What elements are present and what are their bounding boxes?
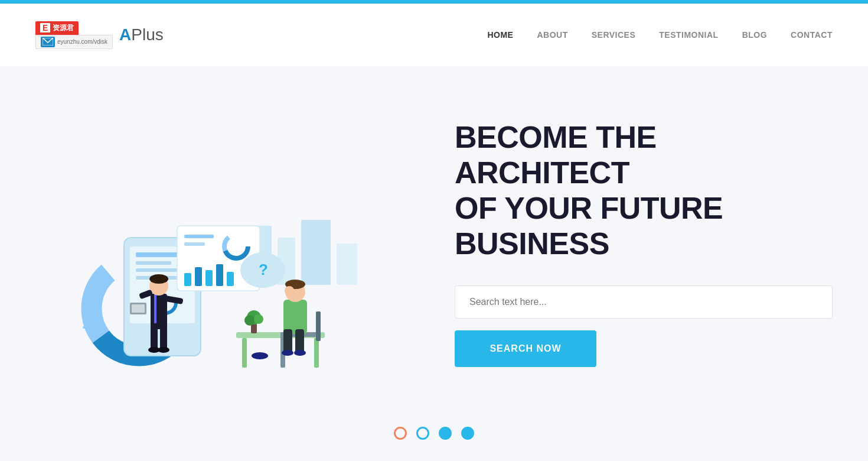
hero-title-line2: OF YOUR FUTURE BUSINESS bbox=[455, 191, 723, 261]
hero-content: BECOME THE ARCHITECT OF YOUR FUTURE BUSI… bbox=[431, 120, 833, 366]
envelope-icon bbox=[41, 37, 55, 47]
watermark-logo: E 资源君 eyunzhu.com/vdisk bbox=[35, 15, 112, 55]
brand-a: A bbox=[119, 25, 131, 44]
watermark-brand: 资源君 bbox=[53, 23, 74, 33]
search-box bbox=[455, 285, 833, 319]
svg-point-38 bbox=[149, 274, 168, 284]
svg-rect-41 bbox=[132, 304, 145, 313]
svg-rect-31 bbox=[151, 294, 167, 329]
search-input[interactable] bbox=[469, 297, 818, 307]
brand-name: APlus bbox=[119, 25, 164, 44]
svg-rect-22 bbox=[216, 264, 223, 286]
hero-section: ? bbox=[0, 66, 868, 409]
logo-area: E 资源君 eyunzhu.com/vdisk APlus bbox=[35, 15, 164, 55]
svg-point-60 bbox=[244, 315, 255, 326]
pagination-dot-2[interactable] bbox=[416, 427, 429, 440]
svg-point-61 bbox=[254, 314, 263, 324]
svg-rect-33 bbox=[160, 326, 167, 350]
svg-rect-47 bbox=[316, 311, 321, 341]
pagination-dot-4[interactable] bbox=[461, 427, 474, 440]
hero-title-line1: BECOME THE ARCHITECT bbox=[455, 120, 657, 190]
svg-point-35 bbox=[158, 347, 169, 353]
nav-home[interactable]: HOME bbox=[487, 30, 513, 40]
nav-contact[interactable]: CONTACT bbox=[791, 30, 833, 40]
nav-testimonial[interactable]: TESTIMONIAL bbox=[659, 30, 718, 40]
nav-services[interactable]: SERVICES bbox=[592, 30, 636, 40]
svg-rect-11 bbox=[136, 261, 171, 265]
main-nav: HOME ABOUT SERVICES TESTIMONIAL BLOG CON… bbox=[487, 30, 833, 40]
svg-rect-19 bbox=[184, 273, 191, 286]
svg-rect-29 bbox=[83, 320, 91, 323]
svg-rect-21 bbox=[205, 270, 213, 286]
svg-rect-18 bbox=[184, 242, 205, 246]
svg-rect-28 bbox=[83, 314, 93, 317]
search-button[interactable]: SEARCH NOW bbox=[455, 330, 596, 367]
svg-rect-5 bbox=[337, 244, 357, 285]
nav-about[interactable]: ABOUT bbox=[537, 30, 567, 40]
svg-point-53 bbox=[282, 350, 293, 356]
svg-rect-23 bbox=[227, 272, 234, 286]
svg-rect-32 bbox=[151, 326, 158, 350]
hero-title: BECOME THE ARCHITECT OF YOUR FUTURE BUSI… bbox=[455, 120, 833, 261]
svg-rect-45 bbox=[314, 338, 319, 368]
svg-rect-30 bbox=[83, 326, 92, 329]
svg-point-54 bbox=[294, 350, 306, 356]
svg-rect-49 bbox=[283, 300, 307, 334]
hero-illustration: ? bbox=[35, 119, 378, 368]
watermark-url: eyunzhu.com/vdisk bbox=[57, 38, 107, 45]
svg-rect-10 bbox=[136, 252, 183, 257]
svg-rect-4 bbox=[301, 220, 331, 285]
svg-rect-50 bbox=[283, 329, 292, 353]
e-letter-icon: E bbox=[40, 23, 50, 33]
svg-rect-17 bbox=[184, 235, 214, 238]
svg-rect-51 bbox=[295, 329, 304, 353]
svg-rect-36 bbox=[154, 294, 156, 323]
svg-rect-44 bbox=[242, 338, 247, 368]
svg-text:?: ? bbox=[259, 261, 268, 278]
svg-point-52 bbox=[252, 352, 268, 359]
header: E 资源君 eyunzhu.com/vdisk APlus HOME ABOU bbox=[0, 4, 868, 66]
pagination-dot-1[interactable] bbox=[394, 427, 407, 440]
pagination bbox=[0, 409, 868, 452]
pagination-dot-3[interactable] bbox=[439, 427, 452, 440]
nav-blog[interactable]: BLOG bbox=[742, 30, 767, 40]
svg-rect-20 bbox=[195, 267, 202, 286]
svg-point-57 bbox=[285, 286, 294, 296]
brand-plus: Plus bbox=[131, 25, 163, 44]
